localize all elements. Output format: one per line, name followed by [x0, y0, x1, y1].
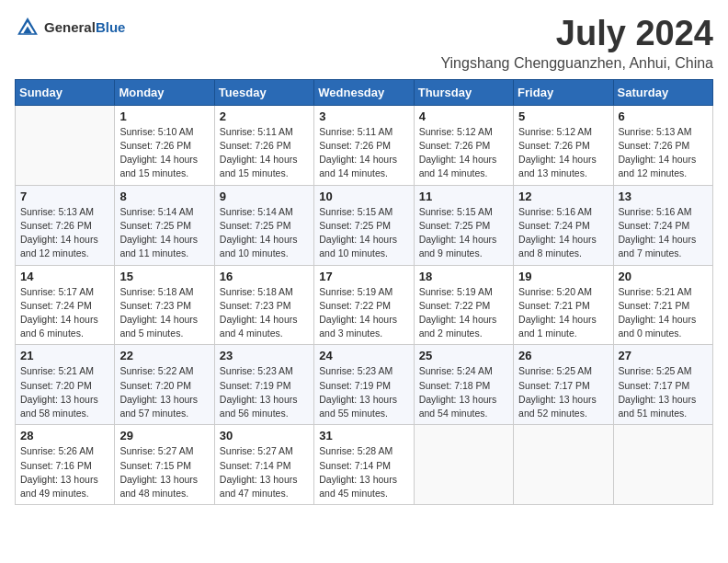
day-info: Sunrise: 5:25 AM Sunset: 7:17 PM Dayligh… [518, 364, 608, 420]
day-number: 20 [619, 270, 708, 283]
day-number: 29 [119, 429, 209, 442]
calendar-cell: 29Sunrise: 5:27 AM Sunset: 7:15 PM Dayli… [115, 425, 214, 505]
day-number: 8 [119, 190, 209, 203]
day-info: Sunrise: 5:11 AM Sunset: 7:26 PM Dayligh… [220, 125, 309, 181]
calendar-cell: 21Sunrise: 5:21 AM Sunset: 7:20 PM Dayli… [16, 345, 115, 425]
day-number: 10 [319, 190, 408, 203]
calendar-cell [414, 425, 513, 505]
day-number: 14 [20, 270, 109, 283]
calendar-cell [514, 425, 613, 505]
day-number: 5 [518, 109, 608, 123]
day-info: Sunrise: 5:18 AM Sunset: 7:23 PM Dayligh… [220, 285, 309, 341]
day-info: Sunrise: 5:17 AM Sunset: 7:24 PM Dayligh… [20, 285, 109, 341]
day-info: Sunrise: 5:15 AM Sunset: 7:25 PM Dayligh… [419, 205, 508, 261]
calendar-cell: 28Sunrise: 5:26 AM Sunset: 7:16 PM Dayli… [16, 425, 115, 505]
day-number: 16 [220, 270, 309, 283]
day-info: Sunrise: 5:23 AM Sunset: 7:19 PM Dayligh… [319, 364, 408, 420]
day-number: 4 [419, 109, 508, 123]
day-info: Sunrise: 5:19 AM Sunset: 7:22 PM Dayligh… [419, 285, 508, 341]
day-number: 1 [119, 109, 209, 123]
weekday-header-friday: Friday [514, 79, 613, 105]
calendar-cell: 23Sunrise: 5:23 AM Sunset: 7:19 PM Dayli… [214, 345, 313, 425]
day-number: 3 [319, 109, 408, 123]
day-info: Sunrise: 5:27 AM Sunset: 7:14 PM Dayligh… [220, 444, 309, 500]
logo-icon [15, 15, 40, 40]
calendar-cell: 5Sunrise: 5:12 AM Sunset: 7:26 PM Daylig… [514, 105, 613, 185]
day-number: 28 [20, 429, 109, 442]
calendar-cell: 12Sunrise: 5:16 AM Sunset: 7:24 PM Dayli… [514, 185, 613, 265]
day-number: 17 [319, 270, 408, 283]
calendar-cell: 19Sunrise: 5:20 AM Sunset: 7:21 PM Dayli… [514, 265, 613, 345]
calendar-cell: 3Sunrise: 5:11 AM Sunset: 7:26 PM Daylig… [314, 105, 414, 185]
day-info: Sunrise: 5:23 AM Sunset: 7:19 PM Dayligh… [220, 364, 309, 420]
day-number: 15 [119, 270, 209, 283]
calendar-cell: 4Sunrise: 5:12 AM Sunset: 7:26 PM Daylig… [414, 105, 513, 185]
calendar-cell: 16Sunrise: 5:18 AM Sunset: 7:23 PM Dayli… [214, 265, 313, 345]
calendar-cell: 9Sunrise: 5:14 AM Sunset: 7:25 PM Daylig… [214, 185, 313, 265]
calendar-cell: 22Sunrise: 5:22 AM Sunset: 7:20 PM Dayli… [115, 345, 214, 425]
day-info: Sunrise: 5:26 AM Sunset: 7:16 PM Dayligh… [20, 444, 109, 500]
calendar-cell: 2Sunrise: 5:11 AM Sunset: 7:26 PM Daylig… [214, 105, 313, 185]
page-header: GeneralBlue July 2024 Yingshang Chenggua… [15, 15, 713, 72]
day-info: Sunrise: 5:14 AM Sunset: 7:25 PM Dayligh… [119, 205, 209, 261]
day-number: 13 [619, 190, 708, 203]
day-info: Sunrise: 5:15 AM Sunset: 7:25 PM Dayligh… [319, 205, 408, 261]
day-number: 19 [518, 270, 608, 283]
logo: GeneralBlue [15, 15, 125, 40]
weekday-header-monday: Monday [115, 79, 214, 105]
day-number: 2 [220, 109, 309, 123]
day-info: Sunrise: 5:12 AM Sunset: 7:26 PM Dayligh… [518, 125, 608, 181]
day-number: 24 [319, 349, 408, 362]
day-info: Sunrise: 5:20 AM Sunset: 7:21 PM Dayligh… [518, 285, 608, 341]
day-number: 11 [419, 190, 508, 203]
logo-general-text: GeneralBlue [44, 19, 125, 36]
calendar-cell: 8Sunrise: 5:14 AM Sunset: 7:25 PM Daylig… [115, 185, 214, 265]
calendar-cell: 31Sunrise: 5:28 AM Sunset: 7:14 PM Dayli… [314, 425, 414, 505]
day-number: 30 [220, 429, 309, 442]
day-info: Sunrise: 5:22 AM Sunset: 7:20 PM Dayligh… [119, 364, 209, 420]
day-number: 12 [518, 190, 608, 203]
day-info: Sunrise: 5:16 AM Sunset: 7:24 PM Dayligh… [518, 205, 608, 261]
calendar-cell: 11Sunrise: 5:15 AM Sunset: 7:25 PM Dayli… [414, 185, 513, 265]
calendar-table: SundayMondayTuesdayWednesdayThursdayFrid… [15, 79, 713, 505]
day-number: 27 [619, 349, 708, 362]
day-info: Sunrise: 5:11 AM Sunset: 7:26 PM Dayligh… [319, 125, 408, 181]
location: Yingshang Chengguanzhen, Anhui, China [440, 55, 713, 72]
calendar-cell: 18Sunrise: 5:19 AM Sunset: 7:22 PM Dayli… [414, 265, 513, 345]
calendar-cell: 13Sunrise: 5:16 AM Sunset: 7:24 PM Dayli… [613, 185, 712, 265]
calendar-cell: 30Sunrise: 5:27 AM Sunset: 7:14 PM Dayli… [214, 425, 313, 505]
day-number: 18 [419, 270, 508, 283]
calendar-cell: 10Sunrise: 5:15 AM Sunset: 7:25 PM Dayli… [314, 185, 414, 265]
calendar-cell: 7Sunrise: 5:13 AM Sunset: 7:26 PM Daylig… [16, 185, 115, 265]
calendar-cell: 24Sunrise: 5:23 AM Sunset: 7:19 PM Dayli… [314, 345, 414, 425]
day-number: 7 [20, 190, 109, 203]
day-info: Sunrise: 5:12 AM Sunset: 7:26 PM Dayligh… [419, 125, 508, 181]
weekday-header-saturday: Saturday [613, 79, 712, 105]
calendar-cell [613, 425, 712, 505]
calendar-cell [16, 105, 115, 185]
day-info: Sunrise: 5:27 AM Sunset: 7:15 PM Dayligh… [119, 444, 209, 500]
calendar-cell: 1Sunrise: 5:10 AM Sunset: 7:26 PM Daylig… [115, 105, 214, 185]
calendar-cell: 6Sunrise: 5:13 AM Sunset: 7:26 PM Daylig… [613, 105, 712, 185]
day-info: Sunrise: 5:21 AM Sunset: 7:20 PM Dayligh… [20, 364, 109, 420]
day-number: 22 [119, 349, 209, 362]
calendar-cell: 25Sunrise: 5:24 AM Sunset: 7:18 PM Dayli… [414, 345, 513, 425]
day-number: 31 [319, 429, 408, 442]
day-info: Sunrise: 5:19 AM Sunset: 7:22 PM Dayligh… [319, 285, 408, 341]
day-info: Sunrise: 5:16 AM Sunset: 7:24 PM Dayligh… [619, 205, 708, 261]
day-number: 26 [518, 349, 608, 362]
calendar-cell: 27Sunrise: 5:25 AM Sunset: 7:17 PM Dayli… [613, 345, 712, 425]
day-info: Sunrise: 5:13 AM Sunset: 7:26 PM Dayligh… [619, 125, 708, 181]
day-number: 23 [220, 349, 309, 362]
month-year: July 2024 [440, 15, 713, 53]
calendar-cell: 15Sunrise: 5:18 AM Sunset: 7:23 PM Dayli… [115, 265, 214, 345]
day-number: 21 [20, 349, 109, 362]
calendar-cell: 20Sunrise: 5:21 AM Sunset: 7:21 PM Dayli… [613, 265, 712, 345]
day-info: Sunrise: 5:25 AM Sunset: 7:17 PM Dayligh… [619, 364, 708, 420]
day-info: Sunrise: 5:24 AM Sunset: 7:18 PM Dayligh… [419, 364, 508, 420]
calendar-cell: 26Sunrise: 5:25 AM Sunset: 7:17 PM Dayli… [514, 345, 613, 425]
day-info: Sunrise: 5:13 AM Sunset: 7:26 PM Dayligh… [20, 205, 109, 261]
calendar-cell: 17Sunrise: 5:19 AM Sunset: 7:22 PM Dayli… [314, 265, 414, 345]
day-info: Sunrise: 5:10 AM Sunset: 7:26 PM Dayligh… [119, 125, 209, 181]
calendar-cell: 14Sunrise: 5:17 AM Sunset: 7:24 PM Dayli… [16, 265, 115, 345]
